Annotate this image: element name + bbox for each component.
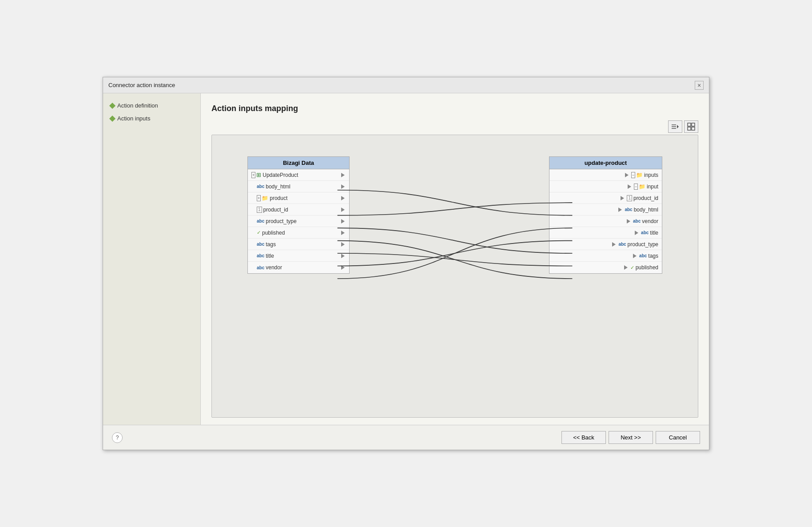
connector-arrow — [634, 230, 639, 236]
help-button[interactable]: ? — [112, 432, 123, 443]
folder-icon: 📁 — [262, 195, 268, 201]
connector-arrow — [626, 219, 631, 224]
check-icon: ✓ — [257, 230, 261, 236]
connector-arrow — [340, 207, 346, 212]
table-row: + 📁 product — [248, 192, 349, 204]
table-row: abc body_html — [248, 181, 349, 192]
table-row: ✓ published — [248, 227, 349, 239]
abc-icon: abc — [257, 242, 264, 247]
table-row: abc tags — [549, 250, 662, 262]
table-row: 1 product_id — [248, 204, 349, 216]
table-row: abc body_html — [549, 204, 662, 216]
toolbar — [211, 120, 698, 133]
left-table-header: Bizagi Data — [248, 157, 349, 169]
page-title: Action inputs mapping — [211, 104, 698, 113]
abc-icon: abc — [257, 219, 264, 224]
connector-arrow — [340, 265, 346, 270]
folder-icon: 📁 — [639, 184, 645, 190]
svg-rect-7 — [692, 127, 695, 130]
main-content: Action inputs mapping — [201, 93, 709, 425]
footer-right: << Back Next >> Cancel — [561, 431, 700, 444]
connector-arrow — [617, 207, 623, 212]
dialog-body: Action definition Action inputs Action i… — [103, 93, 709, 425]
connector-arrow — [340, 219, 346, 224]
dialog-footer: ? << Back Next >> Cancel — [103, 425, 709, 450]
table-row: abc title — [549, 227, 662, 239]
mapping-view-button[interactable] — [668, 120, 682, 133]
diamond-icon — [109, 102, 115, 108]
footer-left: ? — [112, 432, 123, 443]
abc-icon: abc — [639, 253, 647, 258]
table-row: − 📁 input — [549, 181, 662, 192]
next-button[interactable]: Next >> — [609, 431, 653, 444]
table-row: abc vendor — [248, 262, 349, 273]
update-product-table: update-product − 📁 inputs − 📁 — [549, 156, 662, 274]
table-icon: ⊞ — [256, 172, 261, 178]
abc-icon: abc — [257, 265, 264, 270]
close-button[interactable]: × — [695, 81, 704, 90]
grid-icon — [687, 123, 695, 131]
table-row: abc vendor — [549, 216, 662, 227]
sidebar: Action definition Action inputs — [103, 93, 201, 425]
back-button[interactable]: << Back — [561, 431, 606, 444]
connector-arrow — [627, 184, 632, 189]
abc-icon: abc — [625, 207, 632, 212]
connector-arrow — [611, 242, 617, 247]
title-bar: Connector action instance × — [103, 77, 709, 93]
right-table-header: update-product — [549, 157, 662, 169]
mapping-icon — [671, 123, 680, 131]
expand-icon: − — [634, 184, 638, 190]
expand-icon: − — [631, 172, 635, 178]
svg-marker-3 — [677, 125, 679, 128]
abc-icon: abc — [257, 184, 264, 189]
table-row: − 📁 inputs — [549, 169, 662, 181]
abc-icon: abc — [257, 253, 264, 258]
svg-rect-5 — [692, 123, 695, 126]
table-row: abc product_type — [248, 216, 349, 227]
sidebar-item-label: Action definition — [117, 102, 158, 109]
table-row: abc title — [248, 250, 349, 262]
abc-icon: abc — [618, 242, 626, 247]
svg-rect-6 — [688, 127, 691, 130]
connector-arrow — [632, 253, 637, 259]
connector-arrow — [620, 196, 625, 201]
folder-icon: 📁 — [636, 172, 643, 178]
num-icon: 1 — [257, 207, 262, 213]
dialog-title: Connector action instance — [108, 82, 175, 88]
connector-arrow — [340, 196, 346, 201]
mapping-canvas: Bizagi Data + ⊞ UpdateProduct abc body_h… — [211, 135, 698, 418]
table-row: abc product_type — [549, 239, 662, 250]
check-icon: ✓ — [630, 265, 634, 271]
sidebar-item-action-definition[interactable]: Action definition — [110, 102, 193, 109]
abc-icon: abc — [641, 230, 649, 235]
expand-icon: + — [251, 172, 255, 178]
connector-arrow — [340, 242, 346, 247]
cancel-button[interactable]: Cancel — [656, 431, 700, 444]
table-row: ✓ published — [549, 262, 662, 273]
connector-arrow — [624, 172, 629, 178]
connector-arrow — [340, 230, 346, 236]
grid-view-button[interactable] — [684, 120, 698, 133]
svg-rect-4 — [688, 123, 691, 126]
table-row: abc tags — [248, 239, 349, 250]
connector-arrow — [340, 253, 346, 259]
connector-arrow — [340, 172, 346, 178]
connector-arrow — [340, 184, 346, 189]
num-icon: 1 — [627, 195, 632, 201]
expand-icon: + — [257, 195, 261, 201]
sidebar-item-label: Action inputs — [117, 115, 150, 122]
table-row: + ⊞ UpdateProduct — [248, 169, 349, 181]
table-row: 1 product_id — [549, 192, 662, 204]
bizagi-data-table: Bizagi Data + ⊞ UpdateProduct abc body_h… — [247, 156, 350, 274]
diamond-icon — [109, 115, 115, 121]
connector-arrow — [623, 265, 629, 270]
sidebar-item-action-inputs[interactable]: Action inputs — [110, 115, 193, 122]
abc-icon: abc — [633, 219, 641, 224]
dialog: Connector action instance × Action defin… — [103, 77, 709, 450]
